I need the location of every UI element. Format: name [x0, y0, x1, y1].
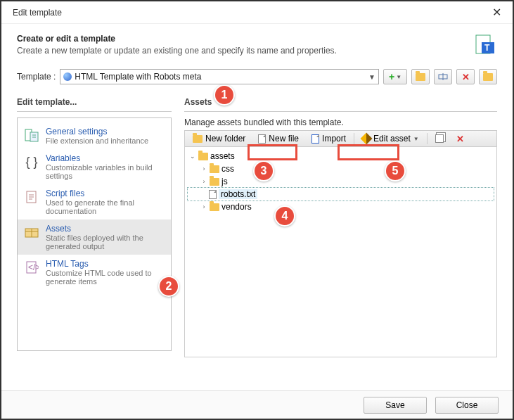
new-folder-label: New folder: [205, 134, 245, 144]
script-icon: [23, 189, 40, 205]
braces-icon: { }: [23, 153, 40, 170]
nav-item-assets[interactable]: Assets Static files deployed with the ge…: [18, 219, 171, 255]
folder-icon: [210, 203, 219, 211]
tree-item-css[interactable]: › css: [188, 163, 494, 175]
file-icon: [209, 190, 217, 199]
callout-4: 4: [274, 205, 295, 227]
nav-item-html-tags[interactable]: </> HTML Tags Customize HTML code used t…: [18, 255, 171, 290]
pencil-icon: [361, 133, 373, 145]
nav-item-variables[interactable]: { } Variables Customizable variables in …: [18, 149, 171, 184]
expand-icon[interactable]: ›: [200, 203, 207, 210]
assets-tree[interactable]: ⌄ assets › css › js robots.txt: [184, 147, 497, 357]
edit-template-dialog: Edit template ✕ Create or edit a templat…: [0, 0, 514, 420]
tree-item-js[interactable]: › js: [188, 175, 494, 188]
folder-icon: [198, 153, 208, 160]
tree-root[interactable]: ⌄ assets: [188, 150, 494, 163]
chevron-down-icon: ▼: [413, 136, 419, 142]
tree-label: assets: [210, 151, 235, 161]
edit-asset-button[interactable]: Edit asset ▼: [357, 132, 424, 146]
expand-icon[interactable]: ›: [200, 165, 207, 172]
nav-sub: Customize HTML code used to generate ite…: [46, 269, 165, 286]
separator: [427, 133, 428, 144]
nav-list: General settings File extension and inhe…: [17, 117, 172, 351]
code-file-icon: </>: [23, 259, 40, 276]
delete-icon: ✕: [462, 72, 470, 82]
import-label: Import: [322, 134, 346, 144]
assets-toolbar: New folder New file Import Edit asset ▼: [184, 130, 497, 147]
open-folder-button[interactable]: [411, 69, 430, 84]
footer: Save Close: [1, 390, 513, 419]
template-row: Template : HTML Template with Robots met…: [1, 63, 513, 93]
import-button[interactable]: Import: [307, 132, 351, 146]
folder-icon: [210, 178, 219, 186]
tree-label: robots.txt: [219, 189, 257, 199]
delete-icon: ✕: [456, 134, 464, 144]
folder-icon: [483, 73, 493, 81]
tree-label: js: [221, 177, 228, 186]
body: Edit template... General settings File e…: [1, 93, 513, 366]
import-icon: [311, 134, 319, 144]
save-button[interactable]: Save: [364, 397, 427, 414]
nav-title: Assets: [46, 224, 165, 234]
folder-icon: [193, 135, 203, 143]
assets-description: Manage assets bundled with this template…: [184, 117, 497, 127]
delete-template-button[interactable]: ✕: [456, 69, 475, 84]
callout-3: 3: [253, 160, 274, 182]
tree-item-vendors[interactable]: › vendors: [188, 201, 494, 213]
rename-button[interactable]: [434, 69, 452, 84]
browse-folder-button[interactable]: [479, 69, 497, 84]
package-icon: [23, 224, 40, 241]
copy-asset-button[interactable]: [430, 132, 449, 146]
tree-label: css: [221, 164, 234, 174]
nav-sub: File extension and inheritance: [46, 136, 148, 145]
close-button[interactable]: Close: [435, 397, 499, 414]
expand-icon[interactable]: ›: [200, 178, 207, 185]
nav-item-scripts[interactable]: Script files Used to generate the final …: [18, 184, 171, 219]
new-folder-button[interactable]: New folder: [188, 132, 250, 146]
edit-asset-label: Edit asset: [373, 134, 411, 144]
nav-sub: Customizable variables in build settings: [46, 163, 165, 180]
header: Create or edit a template Create a new t…: [1, 24, 513, 63]
header-text: Create or edit a template Create a new t…: [17, 34, 475, 56]
globe-icon: [63, 72, 72, 81]
delete-asset-button[interactable]: ✕: [451, 132, 469, 146]
file-icon: [258, 134, 266, 144]
new-file-label: New file: [269, 134, 299, 144]
separator: [354, 133, 354, 144]
left-section-title: Edit template...: [17, 93, 172, 112]
nav-title: Variables: [46, 153, 165, 163]
right-column: Assets Manage assets bundled with this t…: [184, 93, 497, 357]
header-title: Create or edit a template: [17, 34, 475, 44]
callout-5: 5: [385, 160, 406, 182]
settings-list-icon: [23, 127, 40, 144]
template-value: HTML Template with Robots meta: [75, 72, 366, 82]
plus-icon: +: [389, 71, 394, 82]
nav-title: HTML Tags: [46, 259, 165, 269]
nav-sub: Used to generate the final documentation: [46, 198, 165, 215]
add-template-button[interactable]: +▼: [383, 69, 407, 84]
nav-title: General settings: [46, 127, 148, 136]
folder-icon: [416, 73, 425, 81]
close-icon[interactable]: ✕: [487, 3, 507, 22]
nav-title: Script files: [46, 189, 165, 198]
nav-sub: Static files deployed with the generated…: [46, 234, 165, 250]
left-column: Edit template... General settings File e…: [17, 93, 172, 357]
chevron-down-icon: ▼: [368, 73, 375, 81]
tree-item-robots[interactable]: robots.txt: [188, 188, 494, 201]
svg-text:T: T: [484, 43, 490, 53]
callout-2: 2: [158, 276, 179, 297]
svg-text:</>: </>: [28, 262, 39, 272]
titlebar: Edit template ✕: [1, 1, 513, 24]
copy-icon: [435, 134, 444, 143]
tree-label: vendors: [221, 202, 252, 212]
folder-icon: [210, 165, 219, 173]
collapse-icon[interactable]: ⌄: [189, 153, 196, 160]
new-file-button[interactable]: New file: [253, 132, 304, 146]
template-select[interactable]: HTML Template with Robots meta ▼: [60, 69, 379, 84]
window-title: Edit template: [13, 8, 487, 18]
nav-item-general[interactable]: General settings File extension and inhe…: [18, 122, 171, 149]
header-subtitle: Create a new template or update an exist…: [17, 46, 475, 56]
callout-1: 1: [214, 84, 235, 106]
chevron-down-icon: ▼: [396, 74, 401, 80]
template-label: Template :: [17, 72, 56, 82]
